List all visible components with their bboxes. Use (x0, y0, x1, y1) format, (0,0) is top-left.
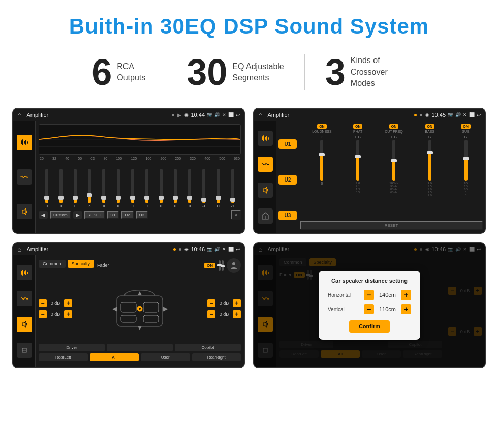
horizontal-plus-btn[interactable]: + (401, 290, 411, 300)
eq-prev-btn[interactable]: ◀ (39, 211, 48, 219)
vertical-plus-btn[interactable]: + (401, 304, 411, 314)
vertical-minus-btn[interactable]: − (364, 304, 374, 314)
horizontal-stepper: − 140cm + (364, 290, 411, 300)
eq-slider-0[interactable]: 0 (45, 169, 48, 208)
svg-rect-26 (121, 302, 136, 312)
crossover-reset-btn[interactable]: RESET (300, 221, 483, 230)
eq-slider-12[interactable]: 0 (217, 169, 220, 208)
fader-on-toggle[interactable]: ON (204, 263, 215, 268)
eq-label-125: 125 (131, 157, 137, 160)
btn-rearright[interactable]: RearRight (192, 353, 241, 361)
left-bottom-plus[interactable]: + (64, 310, 72, 318)
sidebar-speaker-btn[interactable] (17, 204, 32, 219)
eq-custom-btn[interactable]: Custom (50, 211, 71, 219)
eq-slider-5[interactable]: 0 (117, 169, 120, 208)
eq-label-200: 200 (160, 157, 166, 160)
channel-u3-btn[interactable]: U3 (278, 211, 297, 220)
channel-u2-btn[interactable]: U2 (278, 175, 297, 185)
svg-rect-29 (143, 315, 159, 322)
sidebar3-wave-btn[interactable] (17, 291, 32, 306)
status-dot-2a (414, 114, 417, 116)
svg-rect-0 (21, 140, 22, 144)
svg-rect-14 (268, 137, 269, 140)
sidebar2-eq-btn[interactable] (258, 131, 273, 146)
eq-slider-10[interactable]: 0 (188, 169, 191, 208)
phat-slider[interactable] (356, 140, 359, 181)
bass-on[interactable]: ON (425, 124, 435, 129)
stat-eq-number: 30 (186, 54, 227, 91)
btn-driver[interactable]: Driver (39, 344, 105, 351)
location-icon-2: ◉ (425, 112, 429, 117)
eq-label-100: 100 (116, 157, 122, 160)
btn-copilot[interactable]: Copilot (175, 344, 241, 351)
eq-chevron-btn[interactable]: » (231, 210, 241, 220)
channel-u1-btn[interactable]: U1 (278, 139, 297, 149)
right-bottom-minus[interactable]: − (207, 310, 215, 318)
tab-specialty[interactable]: Specialty (68, 260, 95, 268)
eq-slider-3[interactable]: 5 (88, 169, 91, 208)
tab-common[interactable]: Common (39, 260, 66, 268)
eq-label-63: 63 (90, 157, 95, 160)
left-top-db: − 0 dB + (39, 299, 72, 307)
right-top-minus[interactable]: − (207, 299, 215, 307)
eq-next-btn[interactable]: ▶ (73, 211, 82, 219)
eq-slider-9[interactable]: 0 (174, 169, 177, 208)
loudness-slider[interactable] (320, 140, 323, 181)
status-dot-1 (172, 114, 174, 116)
eq-u1-btn[interactable]: U1 (107, 211, 119, 219)
svg-marker-5 (22, 208, 26, 215)
eq-slider-6[interactable]: 0 (131, 169, 134, 208)
time-3: 10:46 (191, 246, 205, 252)
sub-on[interactable]: ON (461, 124, 471, 129)
svg-rect-27 (143, 302, 159, 312)
eq-slider-2[interactable]: 0 (74, 169, 77, 208)
btn-user[interactable]: User (141, 353, 190, 361)
eq-labels: 25 32 40 50 63 80 100 125 160 200 250 32… (39, 157, 241, 160)
sidebar3-extra-btn[interactable] (17, 343, 32, 358)
close-icon-2: ✕ (463, 112, 467, 117)
horizontal-minus-btn[interactable]: − (364, 290, 374, 300)
eq-slider-13[interactable]: -1 (231, 169, 234, 208)
cutfreq-slider[interactable] (392, 140, 395, 181)
window-icon-1: ⬜ (228, 112, 234, 117)
crossover-sliders: G 0 F G (300, 135, 483, 219)
svg-text:▶: ▶ (163, 305, 168, 312)
sidebar-wave-btn[interactable] (17, 169, 32, 185)
eq-slider-4[interactable]: 0 (102, 169, 105, 208)
sidebar2-speaker-btn[interactable] (258, 183, 273, 198)
bass-label: BASS (425, 130, 434, 133)
eq-slider-11[interactable]: -1 (202, 169, 205, 208)
btn-all[interactable]: All (90, 353, 139, 361)
eq-label-40: 40 (65, 157, 69, 160)
svg-rect-10 (262, 136, 263, 140)
sidebar3-eq-btn[interactable] (17, 265, 32, 280)
svg-rect-20 (24, 271, 25, 274)
svg-rect-11 (263, 135, 264, 141)
right-top-plus[interactable]: + (233, 299, 241, 307)
loudness-on[interactable]: ON (317, 124, 327, 129)
eq-u2-btn[interactable]: U2 (121, 211, 133, 219)
right-bottom-plus[interactable]: + (233, 310, 241, 318)
left-top-plus[interactable]: + (64, 299, 72, 307)
left-bottom-minus[interactable]: − (39, 310, 47, 318)
cutfreq-on[interactable]: ON (389, 124, 399, 129)
back-icon-3: ↩ (236, 247, 240, 252)
confirm-button[interactable]: Confirm (349, 320, 390, 333)
sub-slider[interactable] (464, 140, 468, 181)
sidebar3-speaker-btn[interactable] (17, 317, 32, 332)
btn-rearleft[interactable]: RearLeft (39, 353, 88, 361)
sidebar2-wave-btn[interactable] (258, 157, 273, 172)
person-icon (227, 258, 241, 273)
sidebar2-extra-btn[interactable] (258, 208, 273, 224)
eq-slider-8[interactable]: 0 (160, 169, 163, 208)
screen1-sidebar (13, 121, 36, 233)
sidebar-eq-btn[interactable] (17, 135, 32, 150)
eq-label-80: 80 (103, 157, 107, 160)
left-top-minus[interactable]: − (39, 299, 47, 307)
bass-slider[interactable] (428, 140, 431, 181)
eq-u3-btn[interactable]: U3 (136, 211, 148, 219)
phat-on[interactable]: ON (353, 124, 363, 129)
eq-reset-btn[interactable]: RESET (84, 211, 105, 219)
eq-slider-1[interactable]: 0 (59, 169, 63, 208)
eq-slider-7[interactable]: 0 (145, 169, 148, 208)
